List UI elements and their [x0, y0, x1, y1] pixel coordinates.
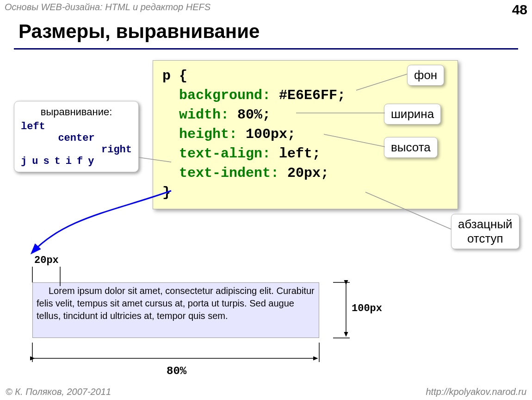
slide-title: Размеры, выравнивание	[19, 20, 260, 43]
callout-align: выравнивание: left center right justify	[14, 101, 139, 172]
callout-indent-l2: отступ	[467, 231, 503, 245]
prop-text-align: text-align:	[179, 146, 271, 162]
val-width: 80%;	[229, 107, 271, 123]
callout-width: ширина	[384, 104, 441, 125]
align-right: right	[21, 144, 132, 156]
code-selector: p {	[162, 68, 187, 84]
prop-background: background:	[179, 88, 271, 103]
footer-url: http://kpolyakov.narod.ru	[426, 387, 526, 397]
footer: © К. Поляков, 2007-2011 http://kpolyakov…	[6, 387, 526, 397]
doc-title: Основы WEB-дизайна: HTML и редактор HEFS	[5, 2, 210, 12]
page-number: 48	[512, 2, 527, 18]
align-left: left	[21, 121, 45, 132]
callout-height: высота	[384, 137, 438, 158]
code-close: }	[162, 185, 171, 200]
align-center: center	[21, 132, 132, 144]
callout-bg: фон	[407, 65, 444, 86]
val-text-indent: 20px;	[279, 165, 329, 181]
header: Основы WEB-дизайна: HTML и редактор HEFS…	[5, 2, 527, 18]
sample-paragraph: Lorem ipsum dolor sit amet, consectetur …	[32, 282, 319, 338]
align-header: выравнивание:	[21, 106, 132, 118]
divider	[14, 48, 518, 50]
dimension-indent: 20px	[34, 255, 59, 266]
dimension-height: 100px	[352, 303, 382, 314]
prop-width: width:	[179, 107, 229, 123]
copyright-text: К. Поляков, 2007-2011	[12, 387, 111, 397]
prop-text-indent: text-indent:	[179, 165, 279, 181]
dimension-width: 80%	[167, 365, 186, 377]
callout-indent: абзацный отступ	[451, 214, 520, 249]
align-justify: justify	[21, 156, 132, 167]
val-text-align: left;	[271, 146, 321, 162]
copyright: © К. Поляков, 2007-2011	[6, 387, 111, 397]
val-height: 100px;	[237, 126, 296, 142]
callout-indent-l1: абзацный	[458, 217, 513, 231]
val-background: #E6E6FF;	[271, 88, 346, 103]
prop-height: height:	[179, 126, 237, 142]
slide: Основы WEB-дизайна: HTML и редактор HEFS…	[0, 0, 532, 400]
